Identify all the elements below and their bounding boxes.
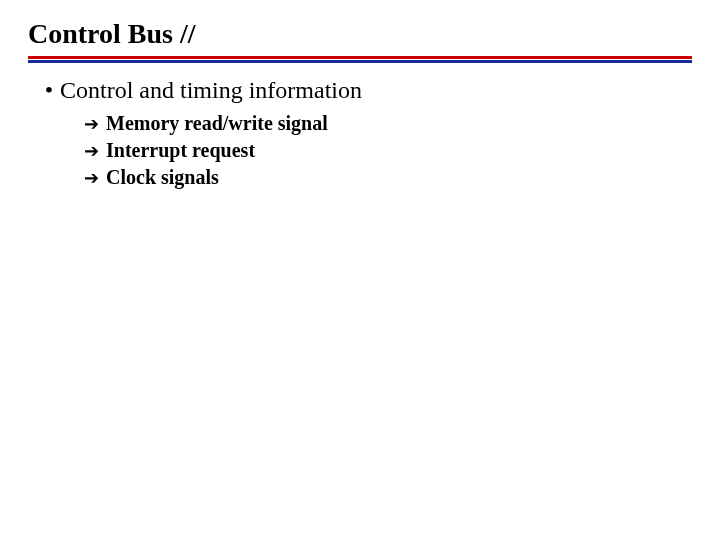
arrow-icon: ➔ — [84, 112, 106, 136]
sub-item-text: Interrupt request — [106, 137, 255, 164]
bullet-marker: • — [38, 77, 60, 104]
sub-item: ➔ Memory read/write signal — [84, 110, 692, 137]
sub-item: ➔ Interrupt request — [84, 137, 692, 164]
sub-item-text: Clock signals — [106, 164, 219, 191]
bullet-text: Control and timing information — [60, 77, 362, 104]
divider-blue — [28, 60, 692, 63]
arrow-icon: ➔ — [84, 139, 106, 163]
sub-item-text: Memory read/write signal — [106, 110, 328, 137]
slide-title: Control Bus // — [28, 18, 692, 50]
sub-item: ➔ Clock signals — [84, 164, 692, 191]
arrow-icon: ➔ — [84, 166, 106, 190]
bullet-item: • Control and timing information — [38, 77, 692, 104]
divider-red — [28, 56, 692, 59]
sub-list: ➔ Memory read/write signal ➔ Interrupt r… — [84, 110, 692, 191]
